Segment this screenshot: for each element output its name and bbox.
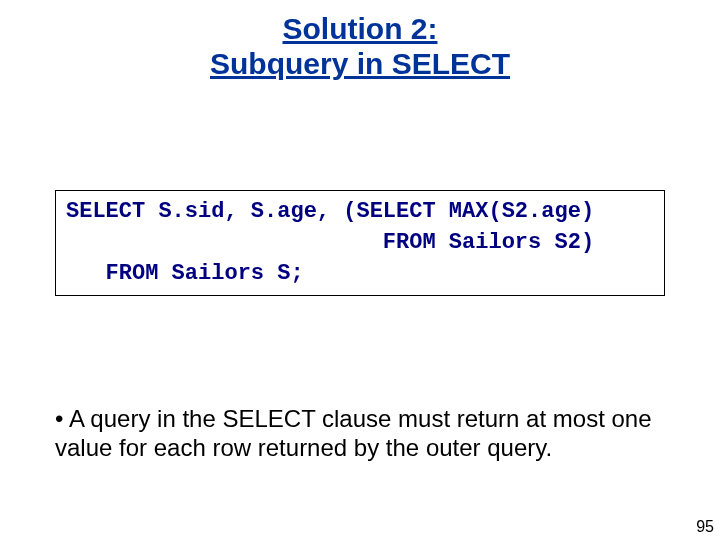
bullet-point: •A query in the SELECT clause must retur… — [55, 405, 660, 463]
slide-title: Solution 2: Subquery in SELECT — [0, 0, 720, 81]
code-line-3: FROM Sailors S; — [66, 259, 654, 290]
page-number: 95 — [696, 518, 714, 536]
title-line-1: Solution 2: — [283, 12, 438, 45]
bullet-text: A query in the SELECT clause must return… — [55, 405, 652, 461]
code-line-2: FROM Sailors S2) — [66, 228, 654, 259]
slide: Solution 2: Subquery in SELECT SELECT S.… — [0, 0, 720, 540]
sql-code-box: SELECT S.sid, S.age, (SELECT MAX(S2.age)… — [55, 190, 665, 296]
code-line-1: SELECT S.sid, S.age, (SELECT MAX(S2.age) — [66, 197, 654, 228]
bullet-marker: • — [55, 405, 69, 434]
title-line-2: Subquery in SELECT — [210, 47, 510, 80]
